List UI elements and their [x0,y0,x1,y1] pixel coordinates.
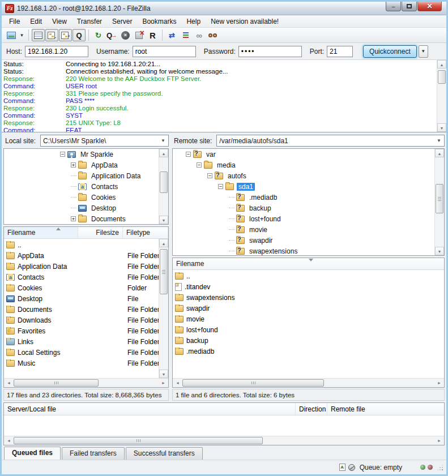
local-hscroll-thumb[interactable] [14,379,99,387]
quickconnect-button[interactable]: Quickconnect [363,45,417,58]
menu-item-help[interactable]: Help [181,16,206,27]
remote-tree-item-media[interactable]: −media [173,160,444,170]
local-file-row[interactable]: AppDataFile Folder [4,250,168,261]
local-tree-item-documents[interactable]: +Documents [4,213,168,224]
remote-tree-item-backup[interactable]: backup [173,203,444,213]
collapse-icon[interactable]: − [60,152,65,157]
process-queue-button[interactable]: Q→ [105,29,118,41]
toggle-queue-button[interactable]: Q [72,29,86,41]
remote-tree-item-movie[interactable]: movie [173,224,444,235]
local-file-row[interactable]: Local SettingsFile Folder [4,347,168,358]
column-header-server-local-file[interactable]: Server/Local file [4,403,296,415]
remote-file-row[interactable]: swapextensions [173,292,444,303]
local-file-row[interactable]: Application DataFile Folder [4,261,168,272]
local-tree-scrollbar[interactable]: ▲ ▼ [159,149,168,224]
collapse-icon[interactable]: − [186,152,191,157]
maximize-button[interactable] [402,2,417,11]
scroll-right-icon[interactable]: ► [435,379,443,387]
column-header-filetype[interactable]: Filetype [123,227,168,238]
toggle-remote-tree-button[interactable]: F [59,29,72,41]
synchronized-browsing-button[interactable]: ∞ [193,29,206,41]
local-file-row[interactable]: FavoritesFile Folder [4,325,168,336]
remote-file-row[interactable]: movie [173,314,444,324]
local-file-row[interactable]: DesktopFile [4,293,168,304]
menu-item-server[interactable]: Server [107,16,137,27]
local-site-combo[interactable]: C:\Users\Mr Sparkle\ ▼ [40,135,169,147]
site-manager-button[interactable] [5,29,18,41]
expand-icon[interactable]: + [71,216,76,221]
column-header-filesize[interactable]: Filesize [78,227,123,238]
local-tree-item-mr-sparkle[interactable]: −Mr Sparkle [4,149,168,160]
local-list-scroll-thumb[interactable] [160,249,168,294]
queue-hscroll-thumb[interactable] [14,437,263,444]
chevron-down-icon[interactable]: ▼ [159,136,168,145]
minimize-button[interactable]: – [386,2,401,11]
local-tree-item-downloads[interactable]: +Downloads [4,224,168,225]
host-input[interactable] [25,46,88,57]
menu-item-bookmarks[interactable]: Bookmarks [137,16,181,27]
local-file-row[interactable]: ContactsFile Folder [4,272,168,282]
local-list-scrollbar[interactable]: ▲ ▼ [159,239,168,378]
close-button[interactable]: ✕ [417,2,442,11]
scroll-left-icon[interactable]: ◄ [173,379,182,387]
local-tree-item-desktop[interactable]: Desktop [4,203,168,213]
local-file-row[interactable]: LinksFile Folder [4,336,168,347]
transfer-type-icon[interactable]: A [339,464,345,471]
scroll-up-icon[interactable]: ▲ [159,239,168,247]
local-list-hscrollbar[interactable]: ◄ ► [4,378,168,387]
expand-icon[interactable]: + [71,162,76,168]
queue-hscrollbar[interactable]: ◄ ► [4,436,444,445]
toggle-message-log-button[interactable] [32,29,45,41]
scroll-right-icon[interactable]: ► [435,437,443,444]
remote-tree-item-var[interactable]: −var [173,149,444,160]
port-input[interactable] [327,46,353,57]
toggle-local-tree-button[interactable]: L [45,29,58,41]
directory-listing-filters-button[interactable] [179,29,192,41]
remote-tree-item-swapextensions[interactable]: swapextensions [173,246,444,256]
column-header-filename[interactable]: Filename [4,227,78,238]
tab-queued-files[interactable]: Queued files [4,447,61,460]
tab-failed-transfers[interactable]: Failed transfers [62,447,125,460]
local-file-row[interactable]: CookiesFolder [4,282,168,293]
local-file-row[interactable]: .. [4,239,168,250]
collapse-icon[interactable]: − [207,173,212,178]
local-tree-item-cookies[interactable]: Cookies [4,192,168,203]
remote-file-row[interactable]: .titandev [173,281,444,292]
remote-tree-item-lost-found[interactable]: lost+found [173,213,444,224]
remote-file-row[interactable]: .mediadb [173,346,444,357]
scroll-up-icon[interactable]: ▲ [159,149,168,157]
resize-grip[interactable] [436,464,443,471]
remote-tree-scroll-thumb[interactable] [436,184,443,213]
remote-tree-item-mediadb[interactable]: .mediadb [173,192,444,203]
scroll-up-icon[interactable]: ▲ [435,149,444,157]
column-header-remote-file[interactable]: Remote file [327,403,444,415]
menu-item-view[interactable]: View [47,16,72,27]
tab-successful-transfers[interactable]: Successful transfers [126,447,203,460]
scroll-left-icon[interactable]: ◄ [5,379,13,387]
local-file-row[interactable]: DownloadsFile Folder [4,315,168,325]
site-manager-dropdown-button[interactable]: ▾ [18,29,25,41]
local-tree-item-appdata[interactable]: +AppData [4,160,168,170]
menu-item-new-version-available[interactable]: New version available! [206,16,284,27]
scroll-down-icon[interactable]: ▼ [159,370,168,378]
remote-file-row[interactable]: backup [173,335,444,346]
chevron-down-icon[interactable]: ▼ [434,136,443,145]
local-tree-item-contacts[interactable]: Contacts [4,181,168,192]
cancel-button[interactable]: × [119,29,132,41]
remote-list-hscrollbar[interactable]: ◄ ► [173,378,444,387]
log-scroll-thumb[interactable] [438,70,446,84]
local-tree-scroll-thumb[interactable] [160,171,168,193]
column-header-filename[interactable]: Filename [173,258,444,269]
remote-site-combo[interactable]: /var/media/autofs/sda1 ▼ [216,135,445,147]
collapse-icon[interactable]: − [197,162,202,168]
local-tree-item-application-data[interactable]: Application Data [4,170,168,181]
menu-item-transfer[interactable]: Transfer [72,16,107,27]
directory-comparison-button[interactable]: ⇄ [165,29,178,41]
log-scrollbar[interactable]: ▲ ▼ [437,60,446,132]
menu-item-file[interactable]: File [4,16,25,27]
remote-hscroll-thumb[interactable] [182,379,324,387]
disconnect-button[interactable] [133,29,146,41]
local-file-row[interactable]: MusicFile Folder [4,358,168,368]
remote-file-row[interactable]: .. [173,271,444,281]
scroll-down-icon[interactable]: ▼ [435,247,444,255]
